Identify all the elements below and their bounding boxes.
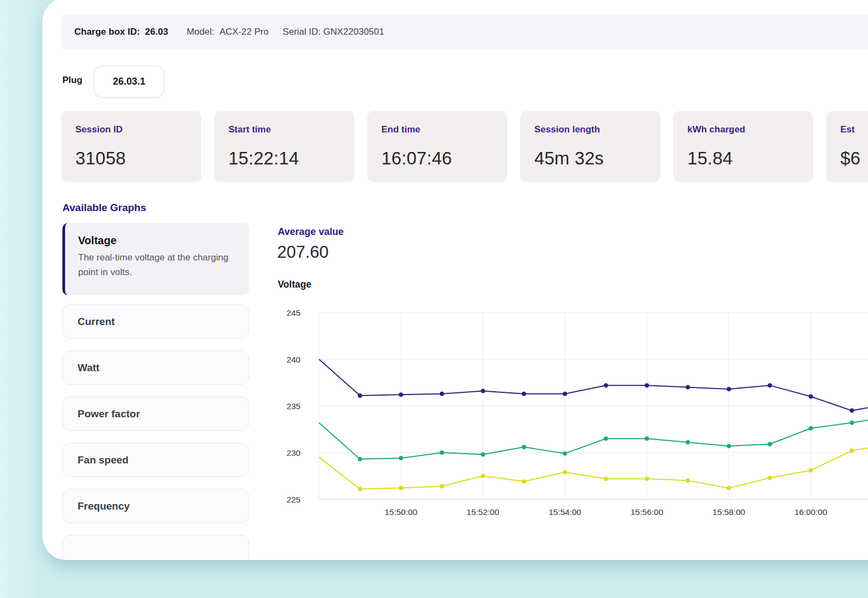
charge-box-id-value: 26.03: [145, 27, 168, 37]
graph-item-current-label: Current: [78, 316, 115, 328]
graph-item-frequency-label: Frequency: [78, 500, 130, 512]
svg-text:245: 245: [286, 308, 301, 317]
svg-text:15:56:00: 15:56:00: [630, 507, 663, 517]
plug-selector-value: 26.03.1: [113, 76, 145, 87]
graph-item-voltage-selected[interactable]: Voltage The real-time voltage at the cha…: [62, 223, 249, 295]
svg-text:16:00:00: 16:00:00: [794, 507, 827, 517]
serial: Serial ID: GNX22030501: [283, 27, 384, 37]
model-value: ACX-22 Pro: [219, 27, 269, 37]
graph-item-voltage-description: The real-time voltage at the charging po…: [78, 251, 239, 280]
svg-text:230: 230: [286, 448, 301, 457]
model: Model: ACX-22 Pro: [187, 27, 269, 37]
graph-item-power-factor[interactable]: Power factor: [62, 397, 249, 431]
charge-box-id: Charge box ID: 26.03: [74, 27, 168, 37]
graph-item-partial[interactable]: [62, 535, 249, 559]
plug-label: Plug: [62, 75, 82, 86]
svg-text:225: 225: [286, 495, 301, 504]
graph-item-frequency[interactable]: Frequency: [62, 489, 249, 523]
session-length-value: 45m 32s: [534, 148, 646, 169]
session-length-label: Session length: [534, 124, 646, 135]
svg-text:15:58:00: 15:58:00: [712, 507, 745, 517]
session-id-label: Session ID: [75, 124, 187, 135]
chart-title: Voltage: [278, 279, 311, 290]
kwh-charged-label: kWh charged: [687, 124, 799, 135]
graph-item-watt[interactable]: Watt: [62, 351, 249, 385]
estimated-cost-card: Est $6: [826, 111, 868, 182]
session-id-value: 31058: [75, 148, 187, 169]
start-time-label: Start time: [228, 124, 340, 135]
charge-box-id-label: Charge box ID:: [74, 27, 140, 37]
graph-item-voltage-title: Voltage: [78, 234, 236, 247]
average-value: 207.60: [277, 243, 329, 262]
kwh-charged-value: 15.84: [687, 148, 799, 169]
available-graphs-heading: Available Graphs: [62, 202, 146, 214]
serial-label: Serial ID:: [283, 27, 321, 37]
svg-text:240: 240: [286, 355, 301, 364]
svg-text:15:50:00: 15:50:00: [385, 507, 418, 517]
graph-item-current[interactable]: Current: [62, 304, 249, 339]
plug-selector-button[interactable]: 26.03.1: [94, 66, 164, 98]
session-id-card: Session ID 31058: [61, 111, 201, 182]
start-time-card: Start time 15:22:14: [214, 111, 354, 182]
graph-item-watt-label: Watt: [78, 362, 99, 374]
end-time-card: End time 16:07:46: [367, 111, 507, 182]
estimated-cost-value: $6: [840, 148, 868, 169]
session-length-card: Session length 45m 32s: [520, 111, 660, 182]
graph-item-fan-speed-label: Fan speed: [78, 454, 129, 466]
graph-item-fan-speed[interactable]: Fan speed: [62, 443, 249, 477]
charge-box-info-bar: Charge box ID: 26.03 Model: ACX-22 Pro S…: [61, 15, 868, 49]
average-value-label: Average value: [278, 226, 343, 238]
svg-text:15:54:00: 15:54:00: [548, 507, 582, 517]
start-time-value: 15:22:14: [228, 148, 340, 169]
end-time-label: End time: [381, 124, 493, 135]
svg-text:235: 235: [286, 402, 301, 411]
kwh-charged-card: kWh charged 15.84: [673, 111, 813, 182]
svg-text:15:52:00: 15:52:00: [467, 507, 500, 517]
voltage-chart: 22523023524024515:50:0015:52:0015:54:001…: [278, 302, 868, 519]
model-label: Model:: [187, 27, 214, 37]
estimated-cost-label: Est: [840, 124, 868, 135]
end-time-value: 16:07:46: [381, 148, 493, 169]
serial-value: GNX22030501: [323, 27, 384, 37]
graph-item-power-factor-label: Power factor: [78, 408, 140, 420]
